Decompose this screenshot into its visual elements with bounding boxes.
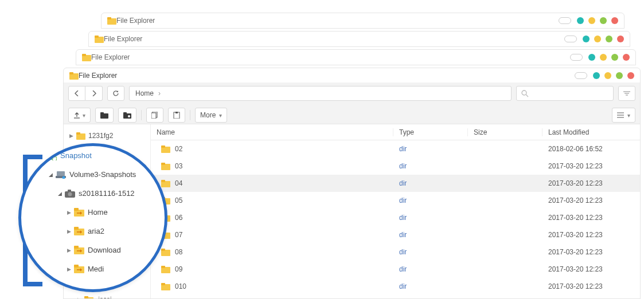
folder-icon <box>161 163 170 170</box>
row-type: dir <box>393 196 468 204</box>
table-row[interactable]: 011dir2017-03-20 12:24 <box>151 295 640 298</box>
minimize-dot[interactable] <box>593 72 600 79</box>
list-view-icon <box>617 112 624 118</box>
svg-rect-35 <box>161 163 165 165</box>
upload-button[interactable]: ▾ <box>68 108 91 123</box>
minimize-dot[interactable] <box>583 36 590 42</box>
svg-rect-49 <box>161 283 165 285</box>
table-row[interactable]: 04dir2017-03-20 12:23 <box>151 175 640 192</box>
row-modified: 2017-03-20 12:23 <box>542 162 640 170</box>
toggle-icon[interactable] <box>564 36 577 42</box>
search-icon <box>521 90 529 97</box>
close-dot[interactable] <box>611 17 618 24</box>
expand-icon[interactable]: ▶ <box>68 133 74 139</box>
svg-rect-63 <box>74 227 79 230</box>
row-modified: 2017-03-20 12:23 <box>542 282 640 290</box>
new-folder-button[interactable] <box>95 108 114 123</box>
restore-dot[interactable] <box>588 17 595 24</box>
table-row[interactable]: 09dir2017-03-20 12:23 <box>151 261 640 278</box>
folder-icon <box>82 53 91 61</box>
view-mode-button[interactable]: ▾ <box>612 108 635 123</box>
window-titlebar-4: File Explorer <box>101 13 625 29</box>
maximize-dot[interactable] <box>616 72 623 79</box>
svg-rect-20 <box>151 113 156 119</box>
row-type: dir <box>393 265 468 273</box>
maximize-dot[interactable] <box>600 17 607 24</box>
more-button[interactable]: More▾ <box>195 108 227 123</box>
minimize-dot[interactable] <box>577 17 584 24</box>
svg-point-59 <box>68 192 72 196</box>
col-header-type[interactable]: Type <box>393 128 468 136</box>
close-dot[interactable] <box>627 72 634 79</box>
row-modified: 2017-03-20 12:23 <box>542 265 640 273</box>
tree-label: s20181116-1512 <box>79 189 135 198</box>
svg-rect-7 <box>69 72 73 74</box>
table-row[interactable]: 06dir2017-03-20 12:23 <box>151 209 640 226</box>
svg-rect-67 <box>74 265 79 267</box>
collapse-icon[interactable]: ◢ <box>48 172 53 178</box>
toggle-icon[interactable] <box>570 54 583 61</box>
table-row[interactable]: 07dir2017-03-20 12:23 <box>151 226 640 243</box>
tree-item-download[interactable]: ▶ Download <box>21 241 167 259</box>
table-row[interactable]: 010dir2017-03-20 12:23 <box>151 278 640 295</box>
breadcrumb[interactable]: Home › <box>129 86 512 101</box>
expand-icon[interactable]: ▶ <box>66 266 72 272</box>
maximize-dot[interactable] <box>611 54 618 61</box>
tree-item-iscsi-2[interactable]: ▶ .iscsi <box>64 292 150 298</box>
close-dot[interactable] <box>623 54 630 61</box>
svg-rect-22 <box>175 112 178 113</box>
back-button[interactable] <box>68 86 85 101</box>
maximize-dot[interactable] <box>606 36 612 42</box>
window-controls <box>559 17 618 24</box>
search-input[interactable] <box>516 86 614 101</box>
close-dot[interactable] <box>617 36 624 42</box>
row-type: dir <box>393 214 468 222</box>
tree-item-snapshot-date[interactable]: ◢ s20181116-1512 <box>21 184 167 203</box>
window-title: File Explorer <box>116 17 559 25</box>
folder-arrow-icon <box>74 208 84 217</box>
paste-button[interactable] <box>168 108 185 123</box>
row-name: 08 <box>175 248 182 256</box>
chevron-right-icon <box>92 91 96 96</box>
toggle-icon[interactable] <box>575 72 587 79</box>
tree-label: 1231fg2 <box>88 132 113 140</box>
table-row[interactable]: 08dir2017-03-20 12:23 <box>151 243 640 261</box>
col-header-size[interactable]: Size <box>468 128 542 136</box>
toggle-icon[interactable] <box>559 17 571 24</box>
col-header-modified[interactable]: Last Modified <box>542 128 640 136</box>
row-type: dir <box>393 145 468 153</box>
expand-icon[interactable]: ▶ <box>66 229 72 234</box>
tree-item-aria2[interactable]: ▶ aria2 <box>21 222 167 241</box>
restore-dot[interactable] <box>600 54 607 61</box>
collapse-icon[interactable]: ◢ <box>57 191 63 196</box>
tree-item-1231fg2[interactable]: ▶ 1231fg2 <box>64 128 150 144</box>
folder-icon <box>161 180 170 187</box>
expand-icon[interactable]: ▶ <box>76 297 82 298</box>
col-header-name[interactable]: Name <box>151 128 393 136</box>
refresh-icon <box>112 90 119 97</box>
expand-icon[interactable]: ▶ <box>66 210 72 215</box>
file-table: Name Type Size Last Modified 02dir2018-0… <box>151 124 640 298</box>
expand-icon[interactable]: ▶ <box>66 247 72 253</box>
folder-icon <box>161 145 170 153</box>
refresh-button[interactable] <box>107 86 124 101</box>
tree-item-volume3[interactable]: ◢ Volume3-Snapshots <box>21 165 167 184</box>
forward-button[interactable] <box>85 86 103 101</box>
toolbar-actions-row: ▾ More▾ ▾ <box>64 104 640 126</box>
link-folder-button[interactable] <box>118 108 136 123</box>
restore-dot[interactable] <box>594 36 601 42</box>
table-row[interactable]: 05dir2017-03-20 12:23 <box>151 192 640 209</box>
minimize-dot[interactable] <box>588 54 595 61</box>
svg-rect-1 <box>107 17 111 19</box>
copy-button[interactable] <box>146 108 163 123</box>
filter-button[interactable] <box>618 86 635 101</box>
svg-rect-58 <box>68 190 71 192</box>
folder-arrow-icon <box>74 227 84 235</box>
table-row[interactable]: 03dir2017-03-20 12:23 <box>151 158 640 175</box>
row-name: 06 <box>175 214 182 222</box>
table-row[interactable]: 02dir2018-02-06 16:52 <box>151 140 640 158</box>
row-name: 03 <box>175 162 182 170</box>
folder-dark-icon <box>100 112 108 119</box>
tree-item-home[interactable]: ▶ Home <box>21 203 167 222</box>
restore-dot[interactable] <box>604 72 611 79</box>
